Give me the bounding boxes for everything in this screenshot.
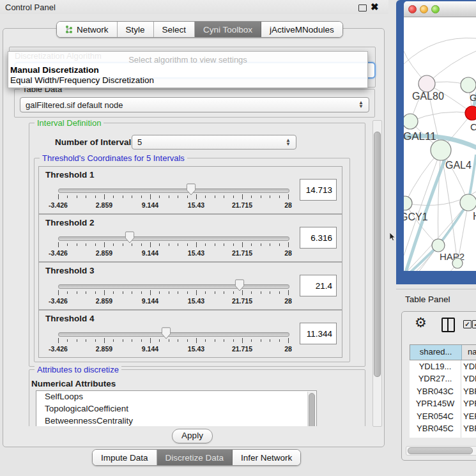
- network-node[interactable]: [452, 258, 463, 268]
- settings-scrollbar-thumb[interactable]: [374, 132, 381, 377]
- tab-impute-data[interactable]: Impute Data: [93, 450, 157, 465]
- network-node[interactable]: [404, 196, 412, 210]
- tick-mark: [288, 338, 289, 343]
- threshold-value-input[interactable]: [300, 227, 336, 248]
- settings-scroll-viewport[interactable]: Interval Definition Number of Intervals …: [5, 118, 374, 426]
- slider-scale: -3.4262.8599.14415.4321.71528: [58, 290, 288, 307]
- network-node[interactable]: [460, 194, 476, 211]
- threshold-value-input[interactable]: [300, 323, 336, 344]
- network-edge[interactable]: [404, 38, 476, 65]
- cell-shared-name[interactable]: YPR145W: [410, 397, 461, 410]
- cell-shared-name[interactable]: YBR045C: [410, 422, 461, 434]
- column-header-shared-name[interactable]: shared...: [410, 345, 462, 360]
- gear-icon[interactable]: ⚙: [415, 316, 427, 329]
- tab-cyni-toolbox[interactable]: Cyni Toolbox: [195, 22, 261, 37]
- cell-shared-name[interactable]: YER054C: [410, 410, 461, 422]
- minimize-traffic-light-icon[interactable]: [420, 5, 428, 13]
- network-canvas[interactable]: GAL80GACGAL11GAL4GCY1HHAP2: [404, 17, 476, 271]
- tab-select[interactable]: Select: [154, 22, 196, 37]
- select-all-checkbox-icon[interactable]: ✓: [463, 320, 472, 328]
- slider-scale: -3.4262.8599.14415.4321.71528: [58, 194, 288, 211]
- table-data-combo[interactable]: galFiltered.sif default node ▲▼: [20, 97, 369, 112]
- close-traffic-light-icon[interactable]: [408, 5, 417, 13]
- combo-arrows-icon: ▲▼: [358, 101, 364, 109]
- algorithm-option-manual[interactable]: Manual Discretization: [10, 65, 99, 75]
- zoom-traffic-light-icon[interactable]: [431, 5, 440, 13]
- table-horizontal-scrollbar[interactable]: [406, 446, 476, 456]
- network-node[interactable]: [404, 114, 418, 129]
- cell-name[interactable]: YBR0: [461, 385, 476, 397]
- table-row[interactable]: YER054CYER0: [410, 410, 476, 422]
- slider-track[interactable]: [58, 188, 289, 193]
- network-edge[interactable]: [410, 112, 472, 121]
- threshold-value-input[interactable]: [300, 180, 336, 200]
- tab-network[interactable]: Network: [57, 22, 118, 37]
- threshold-value-field[interactable]: [300, 227, 337, 249]
- settings-vertical-scrollbar[interactable]: [372, 120, 382, 427]
- close-icon[interactable]: ✖: [371, 1, 379, 13]
- table-row[interactable]: YDR27...YDR2: [410, 372, 476, 385]
- network-node[interactable]: [465, 106, 476, 120]
- tick-mark: [233, 196, 234, 198]
- show-columns-icon[interactable]: [441, 318, 455, 332]
- algorithm-hint: Select algorithm to view settings: [8, 55, 367, 65]
- cell-name[interactable]: YER0: [461, 410, 476, 422]
- table-row[interactable]: YPR145WYPR1: [410, 397, 476, 410]
- cell-name[interactable]: YDL1: [461, 360, 476, 372]
- slider-thumb[interactable]: [186, 183, 196, 197]
- attributes-list-scrollbar[interactable]: [307, 392, 316, 426]
- attribute-list-item[interactable]: SelfLoops: [36, 391, 316, 403]
- cell-name[interactable]: YPR1: [461, 397, 476, 410]
- attribute-list-item[interactable]: BetweennessCentrality: [36, 415, 316, 426]
- tab-infer-network[interactable]: Infer Network: [233, 450, 300, 465]
- tab-jactivemnodules[interactable]: jActiveMNodules: [261, 22, 342, 37]
- slider-thumb[interactable]: [162, 327, 171, 341]
- slider-thumb[interactable]: [125, 231, 134, 245]
- cell-shared-name[interactable]: YDR27...: [410, 372, 461, 385]
- threshold-value-input[interactable]: [300, 275, 336, 296]
- table-row[interactable]: YBL079WYBL0: [410, 434, 476, 438]
- cell-shared-name[interactable]: YBR043C: [410, 385, 461, 397]
- column-header-name[interactable]: na: [462, 345, 476, 360]
- threshold-value-field[interactable]: [300, 275, 337, 296]
- node-table[interactable]: shared... na YDL19...YDL1YDR27...YDR2YBR…: [410, 344, 476, 438]
- network-node[interactable]: [418, 75, 435, 92]
- tab-discretize-data[interactable]: Discretize Data: [157, 450, 233, 465]
- attribute-list-item[interactable]: TopologicalCoefficient: [36, 403, 316, 415]
- slider-track[interactable]: [58, 332, 289, 337]
- tick-mark: [169, 291, 169, 294]
- network-node[interactable]: [461, 77, 476, 93]
- select-none-checkbox-icon[interactable]: ✓: [472, 320, 476, 328]
- network-edge[interactable]: [438, 150, 441, 245]
- cell-shared-name[interactable]: YBL079W: [410, 434, 461, 438]
- network-node[interactable]: [431, 140, 451, 160]
- slider-track[interactable]: [58, 236, 289, 241]
- table-row[interactable]: YBR045CYBR0: [410, 422, 476, 434]
- threshold-value-field[interactable]: [300, 323, 337, 344]
- cell-name[interactable]: YBL0: [461, 434, 476, 438]
- number-of-intervals-combo[interactable]: 5 ▲▼: [132, 135, 296, 150]
- network-window-titlebar[interactable]: [404, 1, 476, 17]
- network-node[interactable]: [432, 239, 445, 252]
- cell-name[interactable]: YDR2: [461, 372, 476, 385]
- float-window-icon[interactable]: [358, 4, 367, 12]
- tick-mark: [159, 339, 160, 342]
- slider-track[interactable]: [58, 284, 289, 289]
- table-hscrollbar-thumb[interactable]: [408, 447, 473, 454]
- tick-label: -3.426: [49, 201, 68, 209]
- cell-name[interactable]: YBR0: [461, 422, 476, 434]
- tick-mark: [178, 243, 178, 246]
- slider-thumb[interactable]: [235, 279, 245, 293]
- apply-button[interactable]: Apply: [172, 429, 213, 443]
- tick-mark: [123, 291, 123, 294]
- algorithm-option-equal-width[interactable]: Equal Width/Frequency Discretization: [10, 75, 154, 85]
- attributes-scrollbar-thumb[interactable]: [309, 393, 315, 426]
- tab-style[interactable]: Style: [118, 22, 154, 37]
- cell-shared-name[interactable]: YDL19...: [410, 360, 461, 372]
- numerical-attributes-list[interactable]: SelfLoopsTopologicalCoefficientBetweenne…: [36, 390, 317, 426]
- table-row[interactable]: YBR043CYBR0: [410, 385, 476, 397]
- threshold-value-field[interactable]: [300, 179, 337, 201]
- tick-mark: [251, 196, 252, 198]
- network-graph[interactable]: GAL80GACGAL11GAL4GCY1HHAP2: [404, 17, 476, 271]
- table-row[interactable]: YDL19...YDL1: [410, 360, 476, 372]
